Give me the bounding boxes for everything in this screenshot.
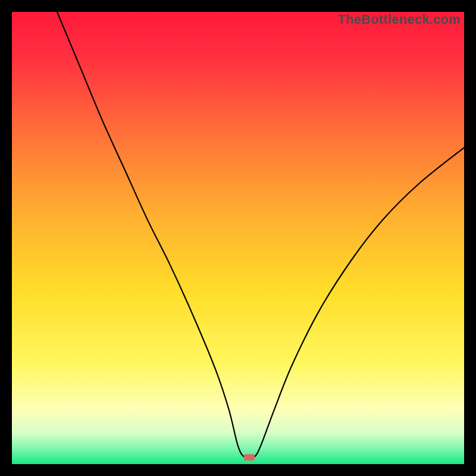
plot-area: TheBottleneck.com [12,12,464,464]
watermark-text: TheBottleneck.com [338,12,461,27]
chart-svg [12,12,464,464]
heat-gradient-background [12,12,464,464]
optimal-point-marker [244,454,255,461]
chart-frame: TheBottleneck.com [0,0,476,476]
